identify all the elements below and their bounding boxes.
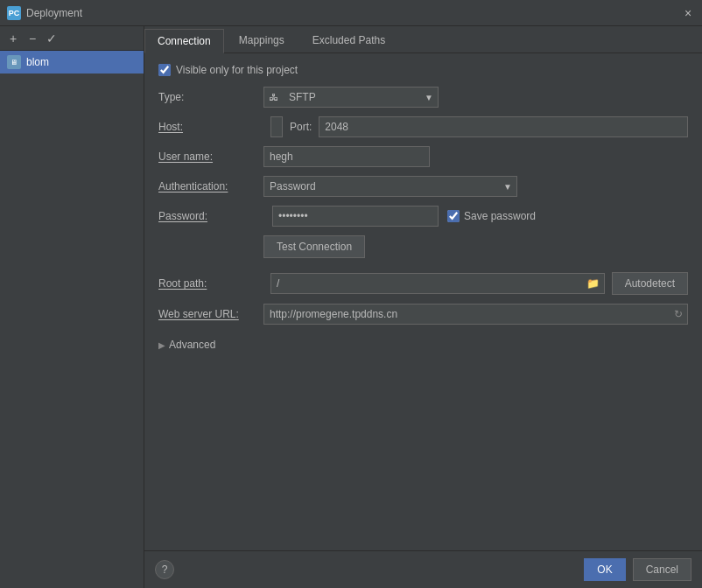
root-path-input-wrapper: 📁 <box>270 273 605 294</box>
sidebar: + − ✓ 🖥 blom <box>0 26 144 588</box>
auth-label: Authentication: <box>158 180 263 192</box>
dialog-title: Deployment <box>26 7 82 19</box>
username-row: User name: <box>158 146 688 167</box>
test-connection-row: Test Connection <box>263 235 688 258</box>
host-input[interactable] <box>270 116 283 137</box>
ok-button[interactable]: OK <box>584 558 625 581</box>
advanced-chevron-icon: ▶ <box>158 340 165 350</box>
port-label: Port: <box>290 121 312 133</box>
sidebar-item-blom[interactable]: 🖥 blom <box>0 51 144 74</box>
username-label: User name: <box>158 150 263 163</box>
advanced-section[interactable]: ▶ Advanced <box>158 333 688 356</box>
app-icon: PC <box>7 6 21 20</box>
web-server-url-label: Web server URL: <box>158 308 263 320</box>
test-connection-button[interactable]: Test Connection <box>263 235 365 258</box>
web-server-url-row: Web server URL: ↻ <box>158 304 688 325</box>
save-password-checkbox[interactable] <box>447 210 460 222</box>
auth-select-wrapper: Password Key pair (OpenSSH or PuTTY) Ope… <box>263 176 517 197</box>
save-password-label[interactable]: Save password <box>464 210 536 222</box>
type-label: Type: <box>158 91 263 103</box>
password-input[interactable] <box>272 206 439 227</box>
close-button[interactable]: × <box>681 6 695 20</box>
save-password-group: Save password <box>447 210 536 222</box>
tab-bar: Connection Mappings Excluded Paths <box>144 26 702 53</box>
password-row: Password: Save password <box>158 206 688 227</box>
host-label: Host: <box>158 121 263 133</box>
server-icon: 🖥 <box>7 55 21 69</box>
type-select[interactable]: SFTP FTP Local or mounted folder <box>263 87 439 108</box>
root-path-row: Root path: 📁 Autodetect <box>158 272 688 295</box>
url-input-wrapper: ↻ <box>263 304 688 325</box>
auth-select[interactable]: Password Key pair (OpenSSH or PuTTY) Ope… <box>263 176 517 197</box>
visible-only-checkbox[interactable] <box>158 64 171 76</box>
host-row: Host: Port: <box>158 116 688 137</box>
username-input[interactable] <box>263 146 430 167</box>
add-server-button[interactable]: + <box>5 31 21 46</box>
advanced-label: Advanced <box>169 339 215 351</box>
check-button[interactable]: ✓ <box>44 31 60 46</box>
type-select-wrapper: 🖧 SFTP FTP Local or mounted folder ▼ <box>263 87 439 108</box>
remove-server-button[interactable]: − <box>25 31 40 46</box>
form-content: Visible only for this project Type: 🖧 SF… <box>144 53 702 550</box>
auth-row: Authentication: Password Key pair (OpenS… <box>158 176 688 197</box>
sidebar-item-label: blom <box>26 56 49 68</box>
help-button[interactable]: ? <box>155 560 174 579</box>
port-input[interactable] <box>319 116 688 137</box>
password-label: Password: <box>158 210 263 222</box>
tab-excluded-paths[interactable]: Excluded Paths <box>299 28 398 52</box>
root-path-input[interactable] <box>270 273 605 294</box>
visible-only-label[interactable]: Visible only for this project <box>176 64 298 76</box>
tab-connection[interactable]: Connection <box>144 29 224 53</box>
content-area: Connection Mappings Excluded Paths Visib… <box>144 26 702 588</box>
sidebar-toolbar: + − ✓ <box>0 26 144 51</box>
host-input-wrapper <box>270 116 283 137</box>
type-row: Type: 🖧 SFTP FTP Local or mounted folder… <box>158 87 688 108</box>
autodetect-button[interactable]: Autodetect <box>612 272 688 295</box>
title-bar: PC Deployment × <box>0 0 702 26</box>
main-layout: + − ✓ 🖥 blom Connection Mappings Exclude… <box>0 26 702 588</box>
bottom-bar: ? OK Cancel <box>144 550 702 588</box>
tab-mappings[interactable]: Mappings <box>226 28 298 52</box>
username-input-wrapper <box>263 146 688 167</box>
root-path-label: Root path: <box>158 277 263 290</box>
cancel-button[interactable]: Cancel <box>633 558 691 581</box>
visible-only-row: Visible only for this project <box>158 64 688 76</box>
url-input[interactable] <box>263 304 688 325</box>
